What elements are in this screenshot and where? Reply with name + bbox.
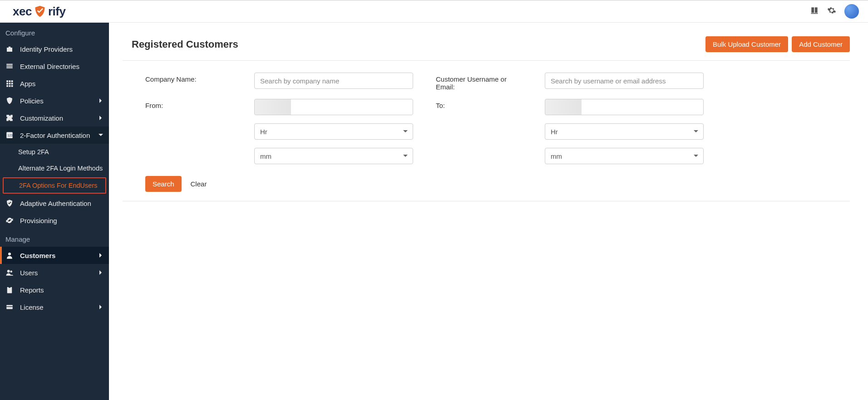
sync-icon: [5, 216, 14, 224]
chevron-down-icon: [98, 132, 104, 139]
svg-rect-8: [11, 83, 13, 85]
sidebar-item-policies[interactable]: Policies: [0, 92, 109, 109]
filters: Company Name: Customer Username or Email…: [123, 61, 850, 173]
section-label-manage: Manage: [0, 229, 109, 247]
sidebar: Configure Identity Providers External Di…: [0, 23, 109, 400]
nav-label: Policies: [20, 97, 44, 105]
keypad-icon: 123: [5, 131, 14, 139]
sidebar-sub-setup-2fa[interactable]: Setup 2FA: [0, 144, 109, 160]
chevron-right-icon: [98, 252, 104, 259]
nav-label: License: [20, 303, 44, 311]
nav-label: Adaptive Authentication: [20, 200, 91, 207]
from-hr-select[interactable]: Hr: [254, 123, 413, 140]
svg-rect-17: [7, 287, 12, 293]
book-icon[interactable]: [810, 6, 819, 17]
svg-rect-6: [6, 83, 8, 85]
nav-label: Customization: [20, 114, 63, 122]
sidebar-item-customers[interactable]: Customers: [0, 247, 109, 264]
clear-button[interactable]: Clear: [191, 180, 207, 188]
nav-label: Users: [20, 269, 38, 277]
people-icon: [5, 268, 14, 277]
svg-rect-5: [11, 80, 13, 82]
gear-icon[interactable]: [827, 6, 836, 17]
svg-rect-20: [6, 307, 13, 307]
chevron-right-icon: [98, 269, 104, 277]
topbar: xec rify: [0, 0, 868, 23]
svg-rect-1: [6, 66, 13, 67]
to-hr-select[interactable]: Hr: [545, 123, 704, 140]
sidebar-item-external-directories[interactable]: External Directories: [0, 58, 109, 75]
from-mm-select[interactable]: mm: [254, 148, 413, 164]
nav-label: Identity Providers: [20, 45, 73, 53]
chevron-right-icon: [98, 303, 104, 311]
page-title: Registered Customers: [132, 39, 238, 50]
from-label: From:: [145, 99, 232, 109]
shield-icon: [34, 5, 46, 18]
svg-rect-7: [9, 83, 11, 85]
svg-rect-18: [9, 287, 11, 288]
sidebar-item-apps[interactable]: Apps: [0, 75, 109, 92]
sidebar-item-provisioning[interactable]: Provisioning: [0, 212, 109, 229]
nav-label: 2-Factor Authentication: [20, 132, 90, 139]
nav-label: Reports: [20, 286, 44, 294]
from-date-input[interactable]: [254, 99, 413, 115]
sidebar-sub-2fa-endusers[interactable]: 2FA Options For EndUsers: [3, 177, 106, 194]
chevron-right-icon: [98, 114, 104, 122]
main-content: Registered Customers Bulk Upload Custome…: [109, 23, 868, 400]
sidebar-item-reports[interactable]: Reports: [0, 281, 109, 298]
nav-label: Provisioning: [20, 217, 57, 224]
sidebar-item-license[interactable]: License: [0, 298, 109, 316]
brand-text-left: xec: [13, 5, 32, 19]
card-icon: [5, 303, 14, 311]
svg-point-16: [10, 271, 13, 273]
svg-rect-3: [6, 80, 8, 82]
sidebar-sub-alternate-2fa[interactable]: Alternate 2FA Login Methods: [0, 160, 109, 176]
nav-label: Customers: [20, 252, 55, 259]
svg-point-15: [7, 270, 10, 273]
page-header: Registered Customers Bulk Upload Custome…: [123, 32, 850, 61]
bulk-upload-button[interactable]: Bulk Upload Customer: [705, 36, 788, 52]
to-date-input[interactable]: [545, 99, 704, 115]
list-icon: [5, 62, 14, 70]
user-label: Customer Username or Email:: [436, 73, 522, 91]
chevron-right-icon: [98, 97, 104, 105]
brand-text-right: rify: [48, 5, 65, 19]
company-input[interactable]: [254, 73, 413, 89]
search-button[interactable]: Search: [145, 176, 182, 192]
company-label: Company Name:: [145, 73, 232, 83]
svg-rect-4: [9, 80, 11, 82]
briefcase-icon: [5, 45, 14, 53]
to-mm-select[interactable]: mm: [545, 148, 704, 164]
svg-text:123: 123: [8, 134, 13, 137]
verified-icon: [5, 199, 14, 207]
grid-icon: [5, 79, 14, 88]
shield-outline-icon: [5, 97, 14, 105]
add-customer-button[interactable]: Add Customer: [792, 36, 850, 52]
avatar[interactable]: [844, 4, 859, 19]
to-label: To:: [436, 99, 522, 109]
user-input[interactable]: [545, 73, 704, 89]
clipboard-icon: [5, 286, 14, 294]
svg-rect-10: [9, 85, 11, 87]
section-label-configure: Configure: [0, 23, 109, 40]
action-row: Search Clear: [123, 173, 850, 201]
svg-point-14: [8, 253, 11, 255]
svg-rect-11: [11, 85, 13, 87]
person-icon: [5, 251, 14, 259]
svg-rect-2: [6, 67, 13, 68]
brand-logo[interactable]: xec rify: [13, 5, 65, 19]
svg-rect-9: [6, 85, 8, 87]
sidebar-item-2fa[interactable]: 123 2-Factor Authentication: [0, 127, 109, 144]
svg-rect-0: [6, 64, 13, 65]
sidebar-item-identity-providers[interactable]: Identity Providers: [0, 40, 109, 58]
sidebar-item-adaptive-auth[interactable]: Adaptive Authentication: [0, 195, 109, 212]
nav-label: Apps: [20, 80, 35, 88]
puzzle-icon: [5, 114, 14, 122]
sidebar-item-users[interactable]: Users: [0, 264, 109, 281]
sidebar-item-customization[interactable]: Customization: [0, 109, 109, 127]
nav-label: External Directories: [20, 63, 79, 70]
